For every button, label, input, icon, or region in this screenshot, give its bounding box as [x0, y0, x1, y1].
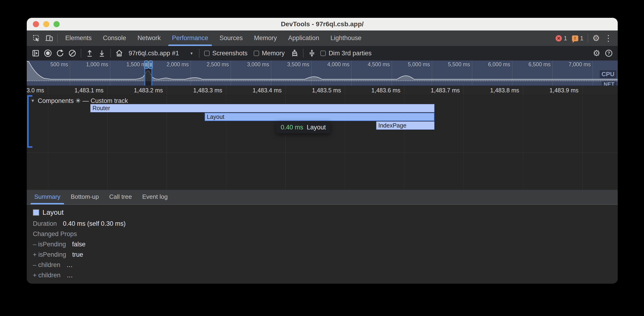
summary-event-name: Layout — [42, 208, 64, 216]
summary-row-value: … — [66, 261, 73, 269]
issues-badge[interactable]: ! 1 — [572, 35, 584, 42]
toggle-sidebar-icon[interactable] — [30, 47, 42, 59]
track-title: Components ✳ — Custom track — [38, 97, 128, 105]
dim-3rd-parties-checkbox[interactable]: Dim 3rd parties — [320, 50, 372, 57]
tab-elements[interactable]: Elements — [60, 30, 98, 46]
close-window-button[interactable] — [33, 21, 39, 27]
traffic-lights — [33, 21, 60, 27]
divider — [57, 34, 58, 42]
screenshots-checkbox[interactable]: Screenshots — [204, 50, 248, 57]
clear-icon[interactable] — [66, 47, 78, 59]
summary-title-row: Layout — [33, 208, 618, 216]
flame-bar-router[interactable]: Router — [90, 104, 434, 112]
devtools-window: DevTools - 97r6ql.csb.app/ ElementsConso… — [27, 18, 618, 284]
checkbox-label: Dim 3rd parties — [328, 50, 372, 57]
cpu-activity-chart — [27, 60, 618, 81]
chevron-down-icon: ▼ — [190, 51, 194, 55]
checkbox-box — [320, 51, 326, 56]
summary-row-label: – isPending — [33, 241, 66, 248]
tab-console[interactable]: Console — [98, 30, 132, 46]
divider — [81, 49, 81, 58]
summary-row-label: – children — [33, 261, 60, 269]
event-color-swatch — [33, 209, 39, 216]
summary-rows: Duration0.40 ms (self 0.30 ms)Changed Pr… — [33, 220, 618, 282]
track-header[interactable]: ▼ Components ✳ — Custom track — [30, 97, 128, 105]
selection-left-handle[interactable] — [144, 60, 148, 69]
flame-bar-layout[interactable]: Layout — [205, 113, 434, 121]
download-profile-icon[interactable] — [96, 47, 108, 59]
summary-row-label: + isPending — [33, 251, 66, 258]
tab-sources[interactable]: Sources — [214, 30, 248, 46]
tooltip-name: Layout — [307, 124, 326, 131]
garbage-collect-icon[interactable] — [288, 47, 301, 59]
tab-strip: ElementsConsoleNetworkPerformanceSources… — [60, 30, 553, 46]
help-icon[interactable]: ? — [603, 47, 615, 59]
summary-row-value: false — [72, 241, 86, 248]
error-icon: ✕ — [556, 35, 562, 41]
devtools-tabbar: ElementsConsoleNetworkPerformanceSources… — [27, 30, 618, 46]
tab-performance[interactable]: Performance — [166, 30, 214, 46]
divider — [303, 49, 304, 58]
inspect-element-icon[interactable] — [30, 32, 43, 44]
tab-memory[interactable]: Memory — [248, 30, 282, 46]
issues-icon: ! — [572, 35, 578, 41]
checkbox-box — [254, 51, 259, 56]
bottom-tab-event-log[interactable]: Event log — [137, 190, 173, 204]
mini-ruler: 1,483.0 ms1,483.1 ms1,483.2 ms1,483.3 ms… — [27, 86, 618, 95]
summary-row-value: 0.40 ms (self 0.30 ms) — [63, 220, 126, 227]
bottom-tab-summary[interactable]: Summary — [29, 190, 66, 204]
selection-right-handle[interactable] — [148, 60, 153, 69]
track-section-divider — [27, 152, 618, 153]
divider — [110, 49, 111, 58]
summary-row: + isPendingtrue — [33, 251, 618, 261]
device-toolbar-icon[interactable] — [43, 32, 56, 44]
memory-checkbox[interactable]: Memory — [254, 50, 285, 57]
flame-tooltip: 0.40 ms Layout — [276, 121, 330, 133]
minimize-window-button[interactable] — [43, 21, 49, 27]
flame-gridline — [464, 95, 464, 190]
collapse-sections-icon[interactable] — [306, 47, 318, 59]
summary-pane: Layout Duration0.40 ms (self 0.30 ms)Cha… — [27, 205, 618, 283]
summary-row: + children… — [33, 272, 618, 282]
flame-gridline — [523, 95, 523, 190]
collapse-track-icon[interactable]: ▼ — [30, 98, 35, 103]
error-count: 1 — [564, 35, 567, 42]
summary-row-value: true — [72, 251, 83, 258]
kebab-menu-icon[interactable]: ⋮ — [602, 33, 614, 43]
record-button[interactable] — [42, 47, 54, 59]
capture-settings-gear-icon[interactable]: ⚙ — [590, 48, 603, 58]
bottom-tab-call-tree[interactable]: Call tree — [104, 190, 137, 204]
tab-application[interactable]: Application — [282, 30, 325, 46]
zoom-window-button[interactable] — [54, 21, 60, 27]
record-and-reload-icon[interactable] — [54, 47, 66, 59]
target-selector[interactable]: 97r6ql.csb.app #1 ▼ — [125, 50, 197, 57]
selection-left-edge[interactable] — [144, 68, 145, 86]
summary-row-value: … — [67, 272, 73, 279]
ruler-tick-label: 1,484 — [563, 87, 618, 94]
svg-text:?: ? — [608, 51, 610, 55]
window-title: DevTools - 97r6ql.csb.app/ — [281, 20, 364, 28]
tab-network[interactable]: Network — [132, 30, 166, 46]
summary-row: Duration0.40 ms (self 0.30 ms) — [33, 220, 618, 230]
flame-chart[interactable]: ▼ Components ✳ — Custom track 0.40 ms La… — [27, 95, 618, 190]
tab-lighthouse[interactable]: Lighthouse — [325, 30, 367, 46]
performance-toolbar: 97r6ql.csb.app #1 ▼ Screenshots Memory — [27, 46, 618, 60]
summary-row: Changed Props — [33, 230, 618, 241]
checkbox-box — [204, 51, 210, 56]
target-label: 97r6ql.csb.app #1 — [128, 50, 179, 57]
timeline-overview[interactable]: CPU NET 500 ms1,000 ms1,500 ms2,000 ms2,… — [27, 60, 618, 86]
upload-profile-icon[interactable] — [84, 47, 96, 59]
flame-bar-indexpage[interactable]: IndexPage — [376, 121, 434, 130]
checkbox-label: Memory — [262, 50, 285, 57]
settings-gear-icon[interactable]: ⚙ — [590, 33, 602, 43]
titlebar: DevTools - 97r6ql.csb.app/ — [27, 18, 618, 30]
tooltip-duration: 0.40 ms — [281, 124, 303, 131]
divider — [588, 34, 588, 42]
issue-count: 1 — [580, 35, 584, 42]
home-icon[interactable] — [113, 47, 125, 59]
error-badge[interactable]: ✕ 1 — [556, 35, 567, 42]
summary-row: – isPendingfalse — [33, 241, 618, 251]
bottom-tab-bottom-up[interactable]: Bottom-up — [66, 190, 104, 204]
selection-right-edge[interactable] — [152, 68, 152, 86]
checkbox-label: Screenshots — [212, 50, 248, 57]
